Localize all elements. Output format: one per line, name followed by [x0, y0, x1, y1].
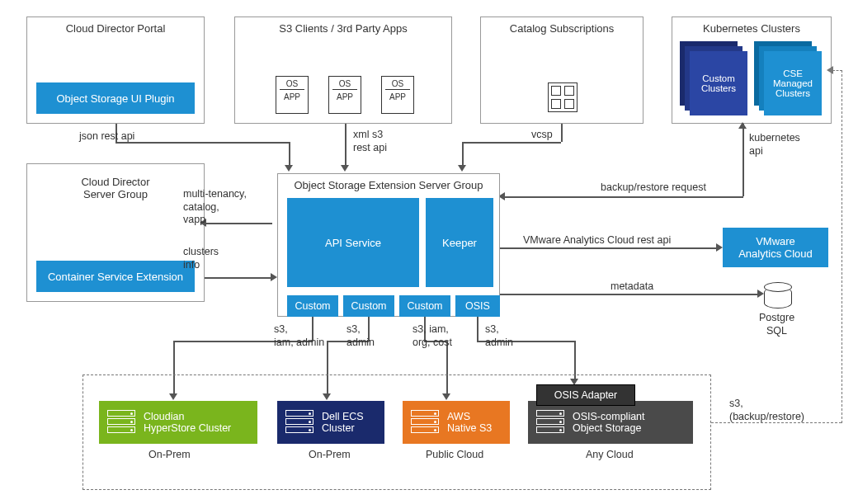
aws-location: Public Cloud [426, 449, 483, 460]
multi-tenancy-label: multi-tenancy, catalog, vapp [183, 188, 247, 227]
metadata-label: metadata [610, 280, 653, 294]
server-icon [285, 410, 314, 435]
server-icon [411, 410, 439, 435]
cloudian-location: On-Prem [148, 449, 191, 460]
catalog-title: Catalog Subscriptions [481, 17, 643, 36]
cdsg-title: Cloud Director Server Group [27, 164, 204, 202]
vcsp-label: vcsp [531, 129, 553, 142]
container-service-extension: Container Service Extension [36, 261, 195, 292]
osis-location: Any Cloud [586, 449, 634, 460]
aws-native-s3: AWS Native S3 [403, 401, 510, 444]
k8s-api-label: kubernetes api [749, 132, 800, 158]
s3-admin-label-1: s3, admin [346, 323, 375, 349]
s3-title: S3 Clients / 3rd Party Apps [235, 17, 451, 36]
cloudian-hyperstore: Cloudian HyperStore Cluster [99, 401, 257, 444]
osis-compliant-storage: OSIS-compliant Object Storage [528, 401, 693, 444]
json-rest-api-label: json rest api [79, 130, 134, 144]
server-icon [107, 410, 135, 435]
s3-admin-label-2: s3, admin [485, 323, 513, 349]
os-app-icon-2: OS APP [328, 76, 361, 114]
object-storage-ui-plugin: Object Storage UI Plugin [36, 82, 195, 114]
postgresql-label: Postgre SQL [759, 312, 794, 337]
cdp-title: Cloud Director Portal [27, 17, 204, 36]
s3-iam-org-label: s3, iam, org, cost [412, 323, 452, 349]
os-app-icon-1: OS APP [276, 76, 309, 114]
os-app-icon-3: OS APP [381, 76, 414, 114]
custom-1: Custom [287, 295, 338, 317]
api-service: API Service [287, 198, 419, 287]
server-icon [536, 410, 564, 435]
keeper: Keeper [426, 198, 493, 287]
vmware-analytics-cloud: VMware Analytics Cloud [723, 228, 828, 267]
dell-location: On-Prem [309, 449, 351, 460]
osis-adapter: OSIS Adapter [536, 384, 635, 406]
clusters-info-label: clusters info [183, 246, 219, 271]
catalog-icon [548, 82, 578, 112]
xml-s3-label: xml s3 rest api [353, 129, 387, 154]
backup-restore-label: backup/restore request [601, 181, 706, 195]
postgresql-icon [764, 287, 792, 309]
vmware-api-label: VMware Analytics Cloud rest api [523, 234, 671, 247]
ose-title: Object Storage Extension Server Group [278, 174, 499, 193]
custom-2: Custom [343, 295, 394, 317]
k8s-title: Kubernetes Clusters [672, 17, 831, 36]
s3-backup-restore-label: s3, (backup/restore) [729, 398, 804, 423]
s3-iam-admin-label: s3, iam, admin [274, 323, 324, 349]
osis: OSIS [455, 295, 500, 317]
dell-ecs: Dell ECS Cluster [277, 401, 384, 444]
custom-3: Custom [399, 295, 450, 317]
